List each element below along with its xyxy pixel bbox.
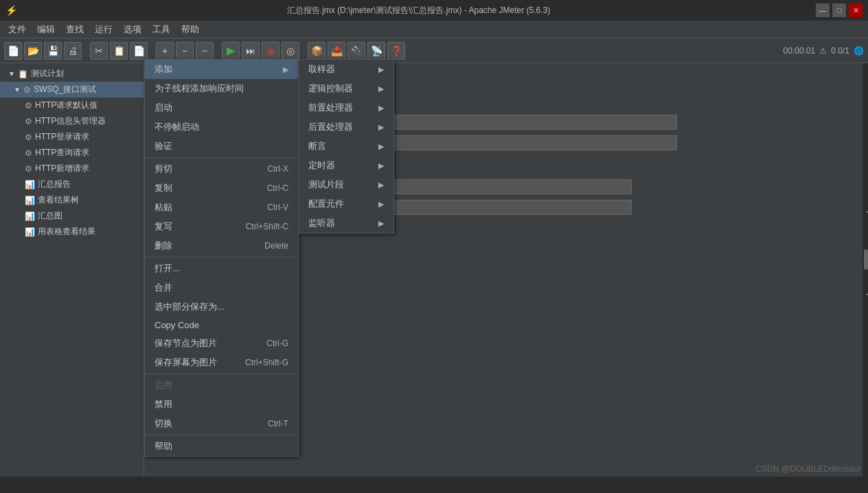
maximize-button[interactable]: □ [832,3,846,17]
tree-item-results[interactable]: 📊 查看结果树 [0,192,144,208]
sub-test-fragment[interactable]: 测试片段 ▶ [299,175,393,194]
tb-new[interactable]: 📄 [4,42,22,60]
tb-toggle[interactable]: ~ [196,42,214,60]
tree-item-http-query[interactable]: ⚙ HTTP查询请求 [0,145,144,161]
sub-logic-ctrl[interactable]: 逻辑控制器 ▶ [299,79,393,98]
menu-help[interactable]: 帮助 [176,22,205,37]
ctx-rewrite-shortcut: Ctrl+Shift-C [246,222,288,231]
tb-collapse[interactable]: − [176,42,194,60]
ctx-save-node-shortcut: Ctrl-G [266,339,288,348]
ctx-save-node-label: 保存节点为图片 [155,337,217,349]
ctx-disable[interactable]: 禁用 [145,395,298,414]
ctx-save-node-img[interactable]: 保存节点为图片 Ctrl-G [145,334,298,353]
ctx-merge[interactable]: 合并 [145,278,298,297]
sub-pre-label: 前置处理器 [308,102,353,114]
menu-file[interactable]: 文件 [3,22,32,37]
ctx-add[interactable]: 添加 ▶ [145,60,298,79]
tree-label: 查看结果树 [38,194,79,206]
ctx-copycode[interactable]: Copy Code [145,317,298,334]
tb-remote[interactable]: 📡 [367,42,385,60]
tb-cut[interactable]: ✂ [90,42,108,60]
sub-assertion[interactable]: 断言 ▶ [299,137,393,156]
tree-item-http-new[interactable]: ⚙ HTTP新增请求 [0,161,144,176]
ctx-open[interactable]: 打开... [145,259,298,278]
sub-listener-arrow: ▶ [378,219,384,228]
menu-find[interactable]: 查找 [60,22,89,37]
ctx-save-screen-img[interactable]: 保存屏幕为图片 Ctrl+Shift-G [145,353,298,372]
sub-post-proc[interactable]: 后置处理器 ▶ [299,117,393,137]
ctx-rewrite[interactable]: 复写 Ctrl+Shift-C [145,217,298,236]
sub-logic-arrow: ▶ [378,84,384,93]
ctx-cut[interactable]: 剪切 Ctrl-X [145,159,298,179]
tb-copy[interactable]: 📋 [110,42,128,60]
tree-item-testplan[interactable]: ▼ 📋 测试计划 [0,66,144,82]
tree-item-http-login[interactable]: ⚙ HTTP登录请求 [0,129,144,145]
tb-stop[interactable]: ◉ [262,42,279,60]
submenu-add: 取样器 ▶ 逻辑控制器 ▶ 前置处理器 ▶ 后置处理器 ▶ 断言 ▶ 定时器 ▶… [298,59,394,233]
status-bar [0,477,868,493]
ctx-help[interactable]: 帮助 [145,437,298,456]
tb-plugin[interactable]: 🔌 [347,42,365,60]
sub-logic-label: 逻辑控制器 [308,82,353,95]
menu-tools[interactable]: 工具 [147,22,176,37]
tree-item-summary[interactable]: 📊 汇总报告 [0,176,144,192]
menu-options[interactable]: 选项 [118,22,147,37]
item-icon: ⚙ [25,164,32,174]
ctx-merge-label: 合并 [155,282,172,294]
tb-saveall[interactable]: 🖨 [64,42,82,60]
tb-paste[interactable]: 📄 [130,42,148,60]
ctx-toggle[interactable]: 切换 Ctrl-T [145,414,298,433]
ctx-validate-label: 验证 [155,140,172,152]
tree-item-table-results[interactable]: 📊 用表格查看结果 [0,224,144,240]
sub-timer-label: 定时器 [308,159,335,172]
ctx-sep-1 [145,157,298,158]
sub-sampler-arrow: ▶ [378,65,384,74]
sub-pre-proc[interactable]: 前置处理器 ▶ [299,98,393,117]
ctx-add-rt-label: 为子线程添加响应时间 [155,82,244,95]
tree-item-http-default[interactable]: ⚙ HTTP请求默认值 [0,98,144,113]
warning-icon: ⚠ [819,46,827,56]
main-area: ▼ 📋 测试计划 ▼ ⚙ SWSQ_接口测试 ⚙ HTTP请求默认值 ⚙ HTT… [0,63,868,477]
tb-shutdown[interactable]: ◎ [282,42,299,60]
menu-edit[interactable]: 编辑 [32,22,60,37]
tree-item-http-header[interactable]: ⚙ HTTP信息头管理器 [0,113,144,129]
ctx-start-nopause[interactable]: 不停帧启动 [145,117,298,137]
sub-config[interactable]: 配置元件 ▶ [299,194,393,214]
tree-label: HTTP请求默认值 [35,100,98,111]
item-icon: ⚙ [25,133,32,142]
ctx-start[interactable]: 启动 [145,98,298,117]
tb-help[interactable]: ❓ [387,42,405,60]
ctx-cut-label: 剪切 [155,163,172,175]
tb-open[interactable]: 📂 [24,42,42,60]
sub-listener[interactable]: 监听器 ▶ [299,214,393,233]
ctx-saveas[interactable]: 选中部分保存为... [145,297,298,317]
ctx-validate[interactable]: 验证 [145,137,298,156]
app-icon: ⚡ [5,5,17,16]
ctx-enable-label: 启用 [155,379,172,391]
ctx-copy[interactable]: 复制 Ctrl-C [145,179,298,198]
report-icon: 📊 [25,180,35,190]
ctx-copy-shortcut: Ctrl-C [267,183,288,193]
close-button[interactable]: ✕ [849,3,863,17]
menu-run[interactable]: 运行 [89,22,118,37]
tree-item-graph[interactable]: 📊 汇总图 [0,208,144,224]
tree-item-swsq[interactable]: ▼ ⚙ SWSQ_接口测试 [0,82,144,98]
ctx-add-response-time[interactable]: 为子线程添加响应时间 [145,79,298,98]
sub-sampler[interactable]: 取样器 ▶ [299,60,393,79]
ctx-paste[interactable]: 粘贴 Ctrl-V [145,198,298,217]
tb-expand[interactable]: + [156,42,174,60]
report-icon: 📊 [25,196,35,205]
minimize-button[interactable]: — [816,3,830,17]
expand-icon: ▼ [8,70,15,78]
ctx-delete[interactable]: 删除 Delete [145,236,298,255]
tb-save[interactable]: 💾 [44,42,62,60]
sub-frag-arrow: ▶ [378,181,384,190]
sub-timer[interactable]: 定时器 ▶ [299,156,393,175]
sub-sampler-label: 取样器 [308,63,335,76]
ctx-delete-shortcut: Delete [264,241,288,251]
tb-export[interactable]: 📤 [328,42,345,60]
tb-report[interactable]: 📦 [308,42,326,60]
tb-run-no-pause[interactable]: ⏭ [242,42,260,60]
sub-config-label: 配置元件 [308,198,344,210]
tb-run[interactable]: ▶ [222,42,240,60]
